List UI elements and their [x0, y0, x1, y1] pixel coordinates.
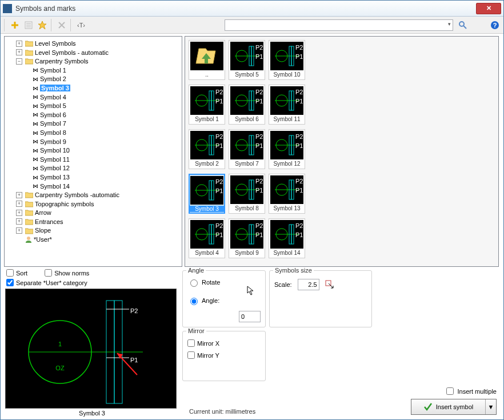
svg-text:P1: P1	[295, 53, 303, 60]
tree-folder[interactable]: − Carpentry Symbols	[16, 57, 179, 66]
svg-text:P1: P1	[295, 142, 303, 149]
svg-text:P2: P2	[295, 133, 303, 140]
tree-symbol[interactable]: ⋈Symbol 7	[25, 119, 179, 128]
mirror-group: Mirror Mirror X Mirror Y	[182, 331, 266, 381]
tree-folder[interactable]: *User*	[16, 235, 179, 244]
favorite-button[interactable]	[36, 19, 49, 31]
thumbnail-item[interactable]: P2P1Symbol 11	[269, 85, 305, 125]
thumbnail-item[interactable]: P2P1Symbol 10	[269, 40, 305, 80]
thumbnail-item[interactable]: P2P1Symbol 12	[269, 129, 305, 169]
thumbnail-item[interactable]: P2P1Symbol 14	[269, 218, 305, 258]
tree-symbol[interactable]: ⋈Symbol 9	[25, 137, 179, 146]
tree-symbol[interactable]: ⋈Symbol 13	[25, 173, 179, 182]
svg-text:P2: P2	[255, 44, 263, 51]
tree-folder[interactable]: + Arrow	[16, 208, 179, 217]
insert-multiple-checkbox[interactable]: Insert multiple	[411, 386, 497, 397]
add-button[interactable]	[9, 19, 21, 31]
tree-folder[interactable]: + Topographic symbols	[16, 199, 179, 209]
text-style-button[interactable]: ‹T›	[75, 19, 87, 31]
thumbnail-item[interactable]: P2P1Symbol 5	[229, 40, 265, 80]
preview-caption: Symbol 3	[5, 409, 179, 417]
tree-symbol[interactable]: ⋈Symbol 6	[25, 110, 179, 119]
tree-folder[interactable]: + Level Symbols	[16, 39, 179, 48]
thumbnail-item[interactable]: P2P1Symbol 2	[189, 129, 225, 169]
mirror-y-checkbox[interactable]: Mirror Y	[187, 351, 261, 359]
pick-scale-icon[interactable]	[325, 280, 334, 289]
properties-button[interactable]	[22, 19, 35, 31]
svg-text:P1: P1	[130, 357, 138, 363]
mirror-x-checkbox[interactable]: Mirror X	[187, 339, 261, 347]
tree-symbol[interactable]: ⋈Symbol 12	[25, 163, 179, 173]
tree-folder[interactable]: + Level Symbols - automatic	[16, 48, 179, 57]
svg-text:P1: P1	[215, 142, 223, 149]
tree-symbol[interactable]: ⋈Symbol 14	[25, 182, 179, 191]
delete-button[interactable]	[55, 19, 68, 31]
insert-dropdown-icon[interactable]: ▼	[486, 399, 496, 414]
angle-group: Angle Rotate Angle:	[182, 270, 266, 327]
svg-text:P2: P2	[295, 44, 303, 51]
tree-folder[interactable]: + Carpentry Symbols -automatic	[16, 190, 179, 199]
sort-checkbox[interactable]: Sort	[6, 269, 27, 277]
svg-point-9	[27, 237, 30, 240]
svg-text:P1: P1	[255, 53, 263, 60]
scale-input[interactable]	[298, 279, 319, 290]
tree-symbol[interactable]: ⋈Symbol 4	[25, 93, 179, 102]
svg-text:P1: P1	[255, 231, 263, 238]
scale-label: Scale:	[274, 281, 292, 288]
svg-text:P2: P2	[215, 222, 223, 229]
tree-folder[interactable]: + Entrances	[16, 217, 179, 226]
svg-text:P1: P1	[255, 98, 263, 105]
insert-symbol-button[interactable]: Insert symbol ▼	[411, 399, 497, 415]
angle-radio[interactable]: Angle:	[187, 296, 261, 305]
svg-text:P2: P2	[215, 133, 223, 140]
symbol-tree[interactable]: + Level Symbols+ Level Symbols - automat…	[4, 36, 182, 267]
thumbnail-item[interactable]: P2P1Symbol 13	[269, 174, 305, 214]
svg-text:P2: P2	[255, 222, 263, 229]
close-button[interactable]: ✕	[476, 3, 501, 14]
tree-symbol[interactable]: ⋈Symbol 2	[25, 74, 179, 83]
thumbnail-item[interactable]: P2P1Symbol 4	[189, 218, 225, 258]
cursor-icon	[247, 286, 255, 296]
svg-line-6	[463, 26, 466, 29]
window-title: Symbols and marks	[15, 5, 476, 13]
svg-text:P1: P1	[255, 187, 263, 194]
tree-symbol[interactable]: ⋈Symbol 11	[25, 155, 179, 164]
svg-text:P2: P2	[215, 89, 223, 95]
tree-symbol[interactable]: ⋈Symbol 5	[25, 101, 179, 110]
svg-text:P1: P1	[255, 142, 263, 149]
svg-text:P2: P2	[255, 89, 263, 95]
app-icon	[3, 4, 12, 13]
thumbnail-item[interactable]: P2P1Symbol 3	[189, 174, 225, 214]
thumbnail-up[interactable]: ..	[189, 40, 225, 80]
svg-text:P2: P2	[255, 178, 263, 185]
tree-symbol[interactable]: ⋈Symbol 1	[25, 66, 179, 75]
help-icon[interactable]: ?	[489, 19, 501, 31]
tree-symbol[interactable]: ⋈Symbol 3	[25, 83, 179, 93]
thumbnail-item[interactable]: P2P1Symbol 1	[189, 85, 225, 125]
thumbnail-item[interactable]: P2P1Symbol 7	[229, 129, 265, 169]
svg-text:P1: P1	[295, 98, 303, 105]
thumbnail-item[interactable]: P2P1Symbol 8	[229, 174, 265, 214]
search-input[interactable]	[225, 19, 453, 31]
search-icon[interactable]	[457, 19, 469, 31]
preview-canvas: 1 OZ P2 P1	[5, 289, 177, 409]
thumbnail-item[interactable]: P2P1Symbol 6	[229, 85, 265, 125]
svg-text:P2: P2	[295, 89, 303, 95]
svg-point-5	[459, 22, 464, 26]
tree-symbol[interactable]: ⋈Symbol 8	[25, 128, 179, 137]
separate-user-checkbox[interactable]: Separate *User* category	[5, 279, 179, 289]
tree-symbol[interactable]: ⋈Symbol 10	[25, 146, 179, 155]
show-norms-checkbox[interactable]: Show norms	[45, 269, 89, 277]
titlebar: Symbols and marks ✕	[1, 1, 503, 17]
svg-text:P1: P1	[215, 187, 223, 194]
rotate-radio[interactable]: Rotate	[187, 278, 261, 287]
window: Symbols and marks ✕ ‹T› ? + Level Symbol…	[0, 0, 504, 420]
thumbnail-item[interactable]: P2P1Symbol 9	[229, 218, 265, 258]
svg-text:P2: P2	[215, 178, 223, 185]
svg-text:P2: P2	[295, 178, 303, 185]
tree-folder[interactable]: + Slope	[16, 226, 179, 235]
svg-text:P1: P1	[295, 187, 303, 194]
angle-input[interactable]	[239, 311, 261, 322]
toolbar: ‹T› ?	[1, 17, 503, 34]
svg-text:P1: P1	[295, 231, 303, 238]
